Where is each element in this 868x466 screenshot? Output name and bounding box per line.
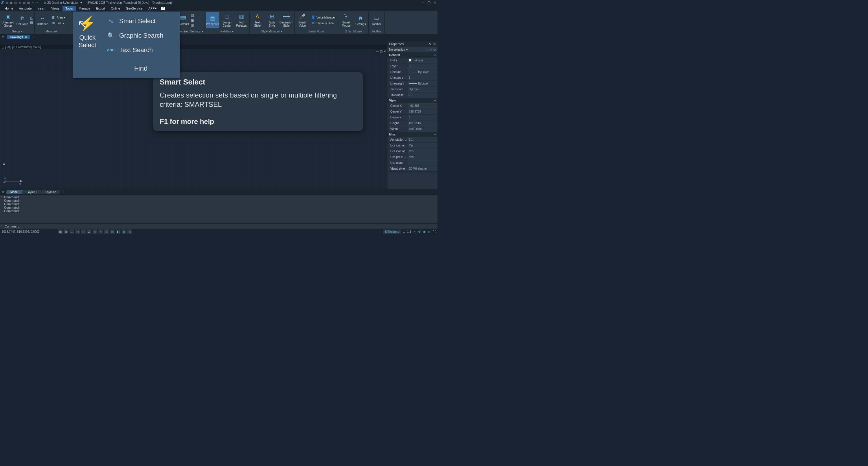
text-style-button[interactable]: AText Style bbox=[251, 12, 264, 28]
property-value[interactable]: 493.605 bbox=[408, 103, 437, 109]
ribbon-minimize-toggle[interactable]: ▾ bbox=[161, 7, 165, 10]
toolbar-button[interactable]: ▭Toolbar bbox=[370, 12, 383, 28]
layout-menu-icon[interactable]: ≡ bbox=[0, 191, 6, 194]
menu-tools[interactable]: Tools bbox=[62, 6, 76, 11]
menu-online[interactable]: Online bbox=[108, 6, 123, 11]
section-general[interactable]: General▾ bbox=[388, 53, 437, 58]
selection-dropdown[interactable]: No selection ▾ ⬚↗⟳ bbox=[388, 47, 437, 53]
isolate2-icon[interactable]: ◎ bbox=[428, 230, 431, 233]
close-button[interactable]: ✕ bbox=[433, 1, 436, 5]
qat-undo-icon[interactable]: ↶ bbox=[32, 1, 34, 4]
drawing-tab[interactable]: Drawing1 × bbox=[7, 35, 30, 39]
section-misc[interactable]: Misc▾ bbox=[388, 132, 437, 137]
property-value[interactable]: 1:1 bbox=[408, 137, 437, 142]
property-row[interactable]: LinetypeByLayer bbox=[388, 69, 437, 75]
add-tab-button[interactable]: + bbox=[32, 35, 34, 39]
group-manager-icon[interactable]: ⊞ bbox=[30, 21, 33, 25]
property-row[interactable]: Visual style2D Wireframe bbox=[388, 166, 437, 172]
viewport-info[interactable]: [-] [Top] [2D Wireframe] [WCS] bbox=[0, 45, 387, 49]
autoscale-icon[interactable]: ✧ bbox=[413, 230, 416, 233]
property-value[interactable]: 1 bbox=[408, 75, 437, 81]
property-row[interactable]: TransparencyByLayer bbox=[388, 87, 437, 92]
property-value[interactable] bbox=[408, 160, 437, 166]
ungroup-button[interactable]: ⧉ UnGroup bbox=[16, 12, 29, 28]
property-row[interactable]: Ucs name bbox=[388, 160, 437, 166]
command-input[interactable] bbox=[22, 225, 435, 228]
section-view[interactable]: View▾ bbox=[388, 98, 437, 103]
menu-annotate[interactable]: Annotate bbox=[16, 6, 34, 11]
smart-select-item[interactable]: ⤡ Smart Select bbox=[102, 14, 180, 28]
dyn-toggle-icon[interactable]: ▭ bbox=[93, 229, 97, 234]
isolate-icon[interactable]: ⬚ bbox=[378, 230, 381, 233]
property-value[interactable]: Yes bbox=[408, 143, 437, 148]
coordinates-readout[interactable]: 1013.7447, 516.6396, 0.0000 bbox=[2, 230, 57, 233]
alias-icon[interactable]: ▤ bbox=[191, 13, 194, 18]
graphic-search-item[interactable]: 🔍 Graphic Search bbox=[102, 28, 180, 43]
qat-plot-icon[interactable]: ▤ bbox=[23, 1, 26, 4]
property-value[interactable]: ByLayer bbox=[408, 87, 437, 92]
table-style-button[interactable]: ⊞Table Style bbox=[265, 12, 279, 28]
property-row[interactable]: Thickness0 bbox=[388, 92, 437, 98]
mouse-settings-button[interactable]: 🖱Settings bbox=[354, 12, 367, 28]
qat-saveas-icon[interactable]: ▧ bbox=[19, 1, 21, 4]
property-value[interactable]: 0 bbox=[408, 92, 437, 98]
otrack-toggle-icon[interactable]: ∠ bbox=[87, 229, 91, 234]
area-button[interactable]: ◧Area▾ bbox=[50, 15, 66, 20]
property-row[interactable]: Center X493.605 bbox=[388, 103, 437, 109]
property-row[interactable]: ColorByLayer bbox=[388, 58, 437, 63]
scale-readout[interactable]: 1:1 bbox=[407, 230, 411, 233]
osnap-toggle-icon[interactable]: ◻ bbox=[81, 229, 86, 234]
property-row[interactable]: LineweightByLayer bbox=[388, 81, 437, 87]
property-row[interactable]: Height481.6516 bbox=[388, 120, 437, 126]
snap-toggle-icon[interactable]: ▩ bbox=[64, 229, 68, 234]
select-objects-icon[interactable]: ↗ bbox=[430, 48, 432, 51]
property-value[interactable]: ByLayer bbox=[408, 69, 437, 75]
smart-voice-button[interactable]: 🎤Smart Voice bbox=[296, 12, 309, 28]
vp-close-icon[interactable]: ✕ bbox=[384, 50, 386, 53]
lwt-toggle-icon[interactable]: ≡ bbox=[98, 229, 103, 234]
text-search-item[interactable]: ABC Text Search bbox=[102, 43, 180, 57]
property-value[interactable]: Yes bbox=[408, 148, 437, 154]
menu-manage[interactable]: Manage bbox=[76, 6, 93, 11]
property-row[interactable]: Ucs icon onYes bbox=[388, 143, 437, 148]
group-edit-icon[interactable]: ◫ bbox=[30, 16, 33, 20]
design-center-button[interactable]: ◫ Design Center bbox=[220, 12, 234, 28]
grid-toggle-icon[interactable]: ▦ bbox=[58, 229, 62, 234]
chevron-down-icon[interactable]: ▾ bbox=[202, 30, 204, 33]
menu-insert[interactable]: Insert bbox=[34, 6, 48, 11]
cui-icon[interactable]: ▦ bbox=[191, 18, 194, 22]
tab-menu-icon[interactable]: ≡ bbox=[2, 35, 4, 39]
workspace-switch-icon[interactable]: ⚙ bbox=[418, 230, 421, 233]
show-hide-button[interactable]: 👁Show or Hide bbox=[310, 21, 337, 26]
property-value[interactable]: ByLayer bbox=[408, 81, 437, 86]
vp-minimize-icon[interactable]: — bbox=[376, 50, 379, 53]
property-value[interactable]: 0 bbox=[408, 115, 437, 120]
model-toggle-icon[interactable]: ▭ bbox=[110, 229, 115, 234]
property-value[interactable]: Yes bbox=[408, 154, 437, 160]
cycle-toggle-icon[interactable]: ◫ bbox=[104, 229, 109, 234]
property-row[interactable]: Linetype scale1 bbox=[388, 75, 437, 81]
chevron-down-icon[interactable]: ▾ bbox=[281, 30, 282, 33]
annomon-toggle-icon[interactable]: ◧ bbox=[116, 229, 120, 234]
units-readout[interactable]: Millimeters bbox=[383, 230, 401, 234]
qat-preview-icon[interactable]: ▦ bbox=[27, 1, 30, 4]
property-value[interactable]: 0 bbox=[408, 63, 437, 69]
dimension-style-button[interactable]: ⟷Dimension Style bbox=[280, 12, 293, 28]
sc-toggle-icon[interactable]: ▥ bbox=[127, 229, 132, 234]
model-tab[interactable]: Model bbox=[5, 190, 23, 194]
property-value[interactable]: 481.6516 bbox=[408, 120, 437, 126]
menu-app[interactable]: APP+ bbox=[146, 6, 159, 11]
qp-toggle-icon[interactable]: ▤ bbox=[122, 229, 126, 234]
close-history-icon[interactable]: × bbox=[1, 195, 2, 198]
qat-save-icon[interactable]: ▥ bbox=[14, 1, 17, 4]
property-row[interactable]: Layer0 bbox=[388, 63, 437, 69]
annoscale-icon[interactable]: ⅄ bbox=[403, 230, 405, 233]
menu-home[interactable]: Home bbox=[2, 6, 16, 11]
menu-geoservice[interactable]: GeoService bbox=[123, 6, 145, 11]
property-value[interactable]: 398.9759 bbox=[408, 109, 437, 114]
workspace-selector[interactable]: ⚙ 2D Drafting & Annotation ▾ bbox=[44, 1, 82, 4]
qat-new-icon[interactable]: ▤ bbox=[5, 1, 8, 4]
ortho-toggle-icon[interactable]: ∟ bbox=[69, 229, 74, 234]
list-button[interactable]: ≣List▾ bbox=[50, 21, 66, 26]
layout1-tab[interactable]: Layout1 bbox=[22, 190, 42, 194]
